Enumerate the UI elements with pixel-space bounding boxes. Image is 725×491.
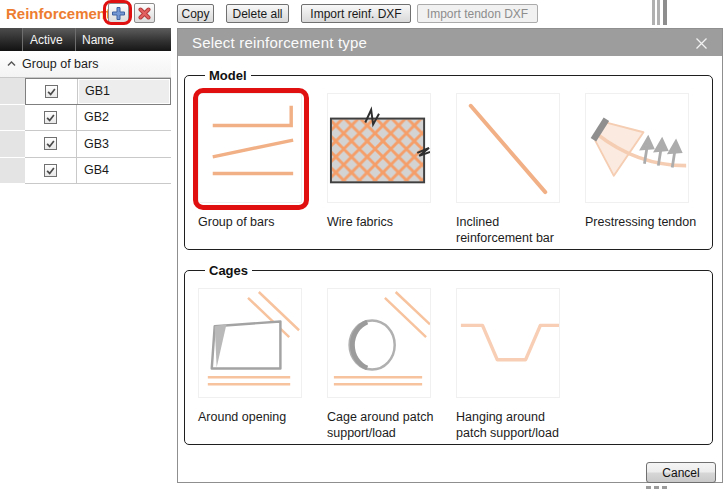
collapse-chevron-icon[interactable]: [7, 61, 16, 67]
option-group-of-bars[interactable]: Group of bars: [198, 93, 302, 247]
active-cell: [25, 105, 77, 131]
column-header-name[interactable]: Name: [76, 28, 171, 51]
splitter-stripe: [652, 0, 655, 25]
option-label: Hanging around patch support/load: [456, 409, 572, 442]
cancel-button[interactable]: Cancel: [646, 462, 716, 483]
dialog-titlebar: Select reinforcement type: [178, 29, 722, 56]
option-label: Cage around patch support/load: [327, 409, 443, 442]
name-cell[interactable]: GB1: [78, 79, 170, 104]
active-checkbox[interactable]: [44, 164, 57, 177]
row-gutter: [0, 105, 25, 132]
table-row[interactable]: GB4: [0, 158, 171, 185]
cages-legend: Cages: [205, 263, 252, 278]
active-checkbox[interactable]: [44, 111, 57, 124]
active-cell: [26, 79, 78, 104]
inclined-bar-icon: [457, 94, 559, 202]
cages-groupbox: Cages Around opening: [184, 263, 713, 445]
column-header-active[interactable]: Active: [23, 28, 76, 51]
table-row[interactable]: GB3: [0, 131, 171, 158]
table-header: Active Name: [0, 28, 171, 51]
name-cell[interactable]: GB2: [77, 105, 171, 131]
option-label: Group of bars: [198, 214, 314, 230]
table-row[interactable]: GB2: [0, 105, 171, 132]
copy-button[interactable]: Copy: [177, 4, 214, 23]
option-inclined-reinforcement-bar[interactable]: Inclined reinforcement bar: [456, 93, 560, 247]
dialog-title: Select reinforcement type: [192, 34, 367, 51]
name-cell[interactable]: GB3: [77, 131, 171, 157]
row-gutter: [0, 78, 25, 105]
panel-title: Reinforcement: [6, 5, 111, 22]
prestressing-tendon-icon: [586, 94, 688, 202]
model-groupbox: Model Group of bars: [184, 68, 713, 250]
name-cell[interactable]: GB4: [77, 158, 171, 184]
active-checkbox[interactable]: [44, 137, 57, 150]
option-label: Inclined reinforcement bar: [456, 214, 572, 247]
header-gutter: [0, 28, 23, 51]
add-reinforcement-button[interactable]: [108, 3, 129, 23]
app-window: Reinforcement Copy Delete all Import rei…: [0, 0, 725, 491]
option-label: Around opening: [198, 409, 314, 425]
option-hanging-around-patch[interactable]: Hanging around patch support/load: [456, 288, 560, 442]
active-cell: [25, 131, 77, 157]
close-icon[interactable]: [692, 35, 710, 51]
option-cage-around-patch[interactable]: Cage around patch support/load: [327, 288, 431, 442]
select-reinforcement-type-dialog: Select reinforcement type Model Gr: [177, 28, 723, 483]
around-opening-icon: [199, 289, 301, 397]
ellipsis-marks: [646, 486, 670, 489]
delete-reinforcement-button[interactable]: [134, 3, 155, 23]
reinforcement-table: Active Name Group of bars GB1: [0, 28, 171, 184]
active-cell: [25, 158, 77, 184]
table-row[interactable]: GB1: [0, 78, 171, 105]
splitter-stripe: [663, 0, 667, 25]
delete-all-button[interactable]: Delete all: [226, 4, 289, 23]
check-icon: [45, 138, 56, 149]
row-gutter: [0, 131, 25, 158]
row-gutter: [0, 158, 25, 185]
check-icon: [46, 86, 57, 97]
group-row-group-of-bars[interactable]: Group of bars: [0, 51, 171, 78]
option-around-opening[interactable]: Around opening: [198, 288, 302, 442]
option-label: Prestressing tendon: [585, 214, 701, 230]
import-reinf-dxf-button[interactable]: Import reinf. DXF: [301, 4, 411, 23]
option-wire-fabrics[interactable]: Wire fabrics: [327, 93, 431, 247]
import-tendon-dxf-button: Import tendon DXF: [417, 4, 538, 23]
cage-around-patch-icon: [328, 289, 430, 397]
option-prestressing-tendon[interactable]: Prestressing tendon: [585, 93, 689, 247]
group-of-bars-icon: [199, 94, 301, 202]
hanging-around-patch-icon: [457, 289, 559, 397]
check-icon: [45, 112, 56, 123]
wire-fabrics-icon: [328, 94, 430, 202]
active-checkbox[interactable]: [45, 85, 58, 98]
splitter-stripe: [657, 0, 660, 25]
check-icon: [45, 165, 56, 176]
red-x-icon: [138, 7, 151, 20]
plus-icon: [111, 6, 126, 21]
option-label: Wire fabrics: [327, 214, 443, 230]
group-row-label: Group of bars: [22, 57, 98, 71]
model-legend: Model: [205, 68, 251, 83]
